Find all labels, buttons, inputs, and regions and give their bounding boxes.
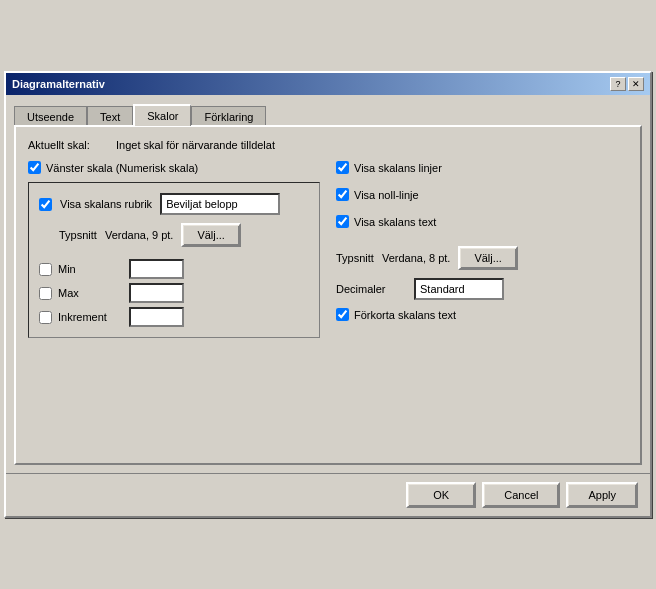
dialog-content: Utseende Text Skalor Förklaring Aktuellt… bbox=[6, 95, 650, 473]
tab-bar: Utseende Text Skalor Förklaring bbox=[14, 103, 642, 125]
cancel-button[interactable]: Cancel bbox=[482, 482, 560, 508]
inkrement-row: Inkrement bbox=[39, 307, 309, 327]
visa-text-label: Visa skalans text bbox=[354, 216, 436, 228]
visa-rubrik-row: Visa skalans rubrik bbox=[39, 193, 309, 215]
max-input[interactable] bbox=[129, 283, 184, 303]
visa-linjer-row: Visa skalans linjer bbox=[336, 161, 628, 174]
inkrement-checkbox[interactable] bbox=[39, 311, 52, 324]
title-bar-buttons: ? ✕ bbox=[610, 77, 644, 91]
tab-skalor[interactable]: Skalor bbox=[133, 104, 191, 126]
current-scale-label: Aktuellt skal: bbox=[28, 139, 108, 151]
decimaler-row: Decimaler Standard 0 1 2 3 bbox=[336, 278, 628, 300]
inkrement-input[interactable] bbox=[129, 307, 184, 327]
visa-linjer-label: Visa skalans linjer bbox=[354, 162, 442, 174]
max-row: Max bbox=[39, 283, 309, 303]
forkorta-checkbox[interactable] bbox=[336, 308, 349, 321]
right-checkboxes: Visa skalans linjer Visa noll-linje Visa… bbox=[336, 161, 628, 236]
main-area: Vänster skala (Numerisk skala) Visa skal… bbox=[28, 161, 628, 338]
min-checkbox[interactable] bbox=[39, 263, 52, 276]
typsnitt-row-right: Typsnitt Verdana, 8 pt. Välj... bbox=[336, 246, 628, 270]
min-row: Min bbox=[39, 259, 309, 279]
typsnitt-label-left: Typsnitt bbox=[59, 229, 97, 241]
dialog-title: Diagramalternativ bbox=[12, 78, 105, 90]
val-button-right[interactable]: Välj... bbox=[458, 246, 518, 270]
typsnitt-value-right: Verdana, 8 pt. bbox=[382, 252, 451, 264]
decimaler-label: Decimaler bbox=[336, 283, 406, 295]
visa-noll-checkbox[interactable] bbox=[336, 188, 349, 201]
current-scale-value: Inget skal för närvarande tilldelat bbox=[116, 139, 275, 151]
rubrik-input[interactable] bbox=[160, 193, 280, 215]
val-button-left[interactable]: Välj... bbox=[181, 223, 241, 247]
visa-noll-label: Visa noll-linje bbox=[354, 189, 419, 201]
min-label: Min bbox=[58, 263, 123, 275]
typsnitt-label-right: Typsnitt bbox=[336, 252, 374, 264]
max-label: Max bbox=[58, 287, 123, 299]
forkorta-label: Förkorta skalans text bbox=[354, 309, 456, 321]
visa-rubrik-checkbox[interactable] bbox=[39, 198, 52, 211]
field-table: Min Max Inkrement bbox=[39, 259, 309, 327]
vanster-scale-label: Vänster skala (Numerisk skala) bbox=[46, 162, 198, 174]
dialog-window: Diagramalternativ ? ✕ Utseende Text Skal… bbox=[4, 71, 652, 518]
tab-content: Aktuellt skal: Inget skal för närvarande… bbox=[14, 125, 642, 465]
min-input[interactable] bbox=[129, 259, 184, 279]
max-checkbox[interactable] bbox=[39, 287, 52, 300]
apply-button[interactable]: Apply bbox=[566, 482, 638, 508]
visa-text-row: Visa skalans text bbox=[336, 215, 628, 228]
ok-button[interactable]: OK bbox=[406, 482, 476, 508]
close-button[interactable]: ✕ bbox=[628, 77, 644, 91]
inkrement-label: Inkrement bbox=[58, 311, 123, 323]
vanster-scale-checkbox[interactable] bbox=[28, 161, 41, 174]
decimaler-select-wrapper: Standard 0 1 2 3 bbox=[414, 278, 504, 300]
visa-rubrik-label: Visa skalans rubrik bbox=[60, 198, 152, 210]
current-scale-row: Aktuellt skal: Inget skal för närvarande… bbox=[28, 139, 628, 151]
visa-text-checkbox[interactable] bbox=[336, 215, 349, 228]
visa-noll-row: Visa noll-linje bbox=[336, 188, 628, 201]
typsnitt-value-left: Verdana, 9 pt. bbox=[105, 229, 174, 241]
forkorta-row: Förkorta skalans text bbox=[336, 308, 628, 321]
left-panel: Vänster skala (Numerisk skala) Visa skal… bbox=[28, 161, 320, 338]
right-panel: Visa skalans linjer Visa noll-linje Visa… bbox=[336, 161, 628, 338]
visa-linjer-checkbox[interactable] bbox=[336, 161, 349, 174]
decimaler-select[interactable]: Standard 0 1 2 3 bbox=[414, 278, 504, 300]
title-bar: Diagramalternativ ? ✕ bbox=[6, 73, 650, 95]
help-button[interactable]: ? bbox=[610, 77, 626, 91]
typsnitt-row-left: Typsnitt Verdana, 9 pt. Välj... bbox=[59, 223, 309, 247]
dialog-footer: OK Cancel Apply bbox=[6, 473, 650, 516]
vanster-scale-row: Vänster skala (Numerisk skala) bbox=[28, 161, 320, 174]
